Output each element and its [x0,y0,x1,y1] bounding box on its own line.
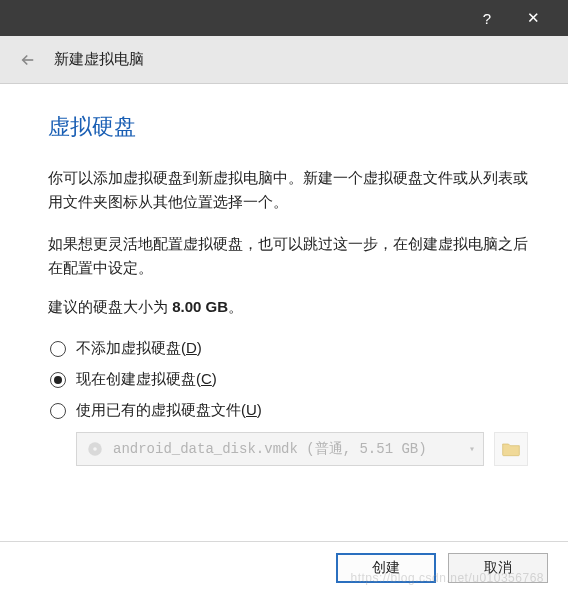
disk-file-dropdown[interactable]: android_data_disk.vmdk (普通, 5.51 GB) ▾ [76,432,484,466]
wizard-header: 新建虚拟电脑 [0,36,568,84]
radio-label: 不添加虚拟硬盘( [76,339,186,356]
radio-no-disk[interactable]: 不添加虚拟硬盘(D) [50,339,528,358]
button-bar: 创建 取消 [0,541,568,593]
radio-icon [50,341,66,357]
create-button[interactable]: 创建 [336,553,436,583]
recommended-size: 建议的硬盘大小为 8.00 GB。 [48,298,528,317]
disk-file-name: android_data_disk.vmdk (普通, 5.51 GB) [113,440,427,458]
titlebar: ? ✕ [0,0,568,36]
access-key: D [186,339,197,356]
access-key: C [201,370,212,387]
page-heading: 虚拟硬盘 [48,112,528,142]
rec-suffix: 。 [228,298,243,315]
wizard-title: 新建虚拟电脑 [54,50,144,69]
radio-icon [50,372,66,388]
radio-existing-disk[interactable]: 使用已有的虚拟硬盘文件(U) [50,401,528,420]
description-2: 如果想更灵活地配置虚拟硬盘，也可以跳过这一步，在创建虚拟电脑之后在配置中设定。 [48,232,528,280]
radio-label: 使用已有的虚拟硬盘文件( [76,401,246,418]
description-1: 你可以添加虚拟硬盘到新虚拟电脑中。新建一个虚拟硬盘文件或从列表或用文件夹图标从其… [48,166,528,214]
access-key: U [246,401,257,418]
disk-icon [85,439,105,459]
close-button[interactable]: ✕ [510,0,556,36]
browse-button[interactable] [494,432,528,466]
radio-icon [50,403,66,419]
radio-create-disk[interactable]: 现在创建虚拟硬盘(C) [50,370,528,389]
content-area: 虚拟硬盘 你可以添加虚拟硬盘到新虚拟电脑中。新建一个虚拟硬盘文件或从列表或用文件… [0,84,568,476]
svg-point-1 [93,447,97,451]
radio-tail: ) [257,401,262,418]
existing-file-row: android_data_disk.vmdk (普通, 5.51 GB) ▾ [76,432,528,466]
radio-group: 不添加虚拟硬盘(D) 现在创建虚拟硬盘(C) 使用已有的虚拟硬盘文件(U) an… [50,339,528,466]
back-arrow-icon[interactable] [16,48,40,72]
rec-size-value: 8.00 GB [172,298,228,315]
help-button[interactable]: ? [464,0,510,36]
chevron-down-icon: ▾ [469,443,475,455]
rec-prefix: 建议的硬盘大小为 [48,298,172,315]
radio-tail: ) [212,370,217,387]
radio-tail: ) [197,339,202,356]
cancel-button[interactable]: 取消 [448,553,548,583]
radio-label: 现在创建虚拟硬盘( [76,370,201,387]
